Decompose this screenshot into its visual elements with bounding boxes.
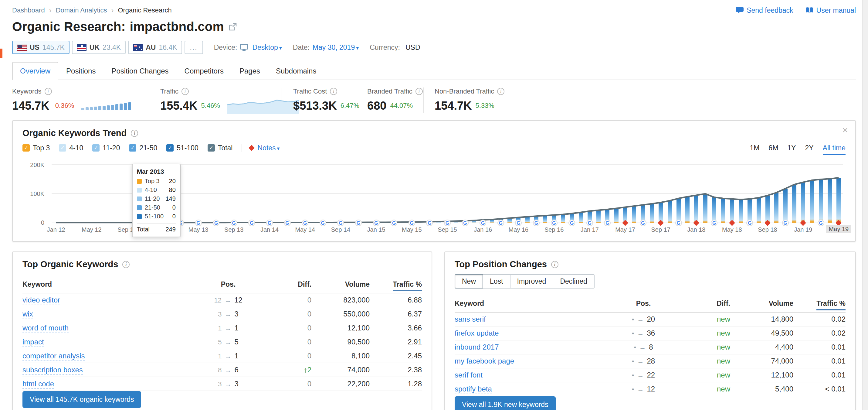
info-icon[interactable] — [415, 88, 423, 95]
info-icon[interactable] — [44, 88, 52, 95]
country-tab-uk[interactable]: UK 23.4K — [72, 41, 126, 54]
google-update-icon[interactable] — [337, 219, 344, 226]
range-all-time[interactable]: All time — [823, 144, 845, 155]
keyword-link[interactable]: word of mouth — [23, 324, 69, 333]
google-update-icon[interactable] — [711, 219, 717, 226]
more-countries-button[interactable]: ... — [185, 41, 203, 54]
info-icon[interactable] — [330, 88, 337, 95]
google-update-icon[interactable] — [319, 219, 326, 226]
close-icon[interactable] — [842, 124, 848, 136]
legend-item-top-3[interactable]: Top 3 — [23, 144, 50, 152]
column-header-traffic[interactable]: Traffic % — [793, 296, 845, 312]
google-update-icon[interactable] — [213, 219, 219, 226]
view-all-keywords-button[interactable]: View all 145.7K organic keywords — [23, 391, 141, 408]
external-link-icon[interactable] — [229, 23, 237, 31]
google-update-icon[interactable] — [604, 219, 611, 226]
google-update-icon[interactable] — [373, 219, 380, 226]
keyword-link[interactable]: competitor analysis — [23, 352, 85, 361]
column-header-vol[interactable]: Volume — [730, 296, 793, 312]
google-update-icon[interactable] — [551, 219, 558, 226]
google-update-icon[interactable] — [195, 219, 202, 226]
keyword-link[interactable]: html code — [23, 380, 54, 389]
range-6m[interactable]: 6M — [769, 144, 778, 155]
google-update-icon[interactable] — [391, 219, 397, 226]
google-update-icon[interactable] — [444, 219, 451, 226]
send-feedback-link[interactable]: Send feedback — [736, 6, 793, 14]
tab-pages[interactable]: Pages — [231, 62, 268, 80]
google-update-icon[interactable] — [568, 219, 575, 226]
notes-dropdown[interactable]: Notes — [249, 144, 280, 152]
keyword-link[interactable]: inbound 2017 — [455, 343, 499, 352]
column-header-traffic[interactable]: Traffic % — [370, 277, 422, 293]
google-update-icon[interactable] — [497, 219, 504, 226]
keyword-link[interactable]: spotify beta — [455, 385, 492, 394]
google-update-icon[interactable] — [479, 219, 486, 226]
google-update-icon[interactable] — [302, 219, 308, 226]
keyword-link[interactable]: firefox update — [455, 329, 499, 338]
google-update-icon[interactable] — [782, 219, 789, 226]
keyword-link[interactable]: my facebook page — [455, 357, 514, 366]
google-update-icon[interactable] — [640, 219, 646, 226]
keyword-link[interactable]: impact — [23, 338, 44, 347]
filter-button-declined[interactable]: Declined — [553, 274, 594, 289]
google-update-icon[interactable] — [675, 219, 682, 226]
keyword-link[interactable]: video editor — [23, 296, 60, 305]
column-header-diff[interactable]: Diff. — [679, 296, 730, 312]
user-manual-link[interactable]: User manual — [805, 6, 856, 14]
column-header-kw[interactable]: Keyword — [455, 296, 608, 312]
tab-position-changes[interactable]: Position Changes — [103, 62, 176, 80]
tab-subdomains[interactable]: Subdomains — [268, 62, 324, 80]
arrow-right-icon — [225, 311, 231, 318]
legend-item-total[interactable]: Total — [208, 144, 233, 152]
device-value: Desktop — [252, 43, 282, 52]
google-update-icon[interactable] — [817, 219, 824, 226]
view-all-new-keywords-button[interactable]: View all 1.9K new keywords — [455, 396, 556, 410]
column-header-pos[interactable]: Pos. — [192, 277, 264, 293]
google-update-icon[interactable] — [408, 219, 415, 226]
legend-item-11-20[interactable]: 11-20 — [92, 144, 120, 152]
date-dropdown[interactable]: May 30, 2019 — [313, 43, 359, 52]
tab-competitors[interactable]: Competitors — [177, 62, 231, 80]
column-header-diff[interactable]: Diff. — [264, 277, 311, 293]
tab-overview[interactable]: Overview — [12, 62, 58, 80]
keyword-link[interactable]: wix — [23, 310, 33, 319]
filter-button-improved[interactable]: Improved — [510, 274, 554, 289]
google-update-icon[interactable] — [266, 219, 273, 226]
trend-plot[interactable]: Mar 2013 Top 3204-108011-2014921-50051-1… — [52, 165, 843, 223]
breadcrumb-item-dashboard[interactable]: Dashboard — [12, 6, 45, 14]
filter-button-new[interactable]: New — [455, 274, 483, 289]
range-1m[interactable]: 1M — [750, 144, 760, 155]
info-icon[interactable] — [131, 130, 138, 137]
keyword-link[interactable]: subscription boxes — [23, 365, 83, 375]
info-icon[interactable] — [551, 261, 558, 268]
google-update-icon[interactable] — [426, 219, 433, 226]
google-update-icon[interactable] — [462, 219, 469, 226]
google-update-icon[interactable] — [284, 219, 291, 226]
legend-item-21-50[interactable]: 21-50 — [129, 144, 157, 152]
range-2y[interactable]: 2Y — [805, 144, 813, 155]
google-update-icon[interactable] — [586, 219, 593, 226]
legend-item-51-100[interactable]: 51-100 — [166, 144, 198, 152]
google-update-icon[interactable] — [746, 219, 753, 226]
tab-positions[interactable]: Positions — [58, 62, 103, 80]
column-header-pos[interactable]: Pos. — [608, 296, 679, 312]
google-update-icon[interactable] — [248, 219, 255, 226]
info-icon[interactable] — [497, 88, 504, 95]
device-dropdown[interactable]: Desktop — [240, 43, 282, 52]
filter-button-lost[interactable]: Lost — [483, 274, 510, 289]
google-update-icon[interactable] — [533, 219, 539, 226]
country-tab-us[interactable]: US 145.7K — [12, 41, 69, 54]
info-icon[interactable] — [182, 88, 189, 95]
google-update-icon[interactable] — [515, 219, 522, 226]
google-update-icon[interactable] — [231, 219, 237, 226]
info-icon[interactable] — [122, 261, 130, 268]
google-update-icon[interactable] — [355, 219, 362, 226]
country-tab-au[interactable]: AU 16.4K — [128, 41, 182, 54]
legend-item-4-10[interactable]: 4-10 — [59, 144, 83, 152]
range-1y[interactable]: 1Y — [787, 144, 796, 155]
column-header-kw[interactable]: Keyword — [23, 277, 192, 293]
column-header-vol[interactable]: Volume — [311, 277, 370, 293]
breadcrumb-item-domain-analytics[interactable]: Domain Analytics — [56, 6, 107, 14]
keyword-link[interactable]: serif font — [455, 371, 483, 380]
keyword-link[interactable]: sans serif — [455, 315, 486, 324]
